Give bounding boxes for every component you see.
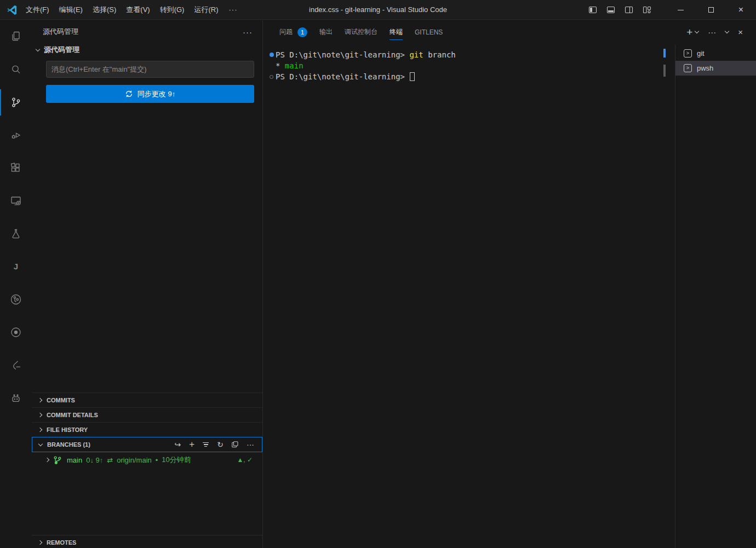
view-commit-details-label: COMMIT DETAILS [47,412,98,418]
menu-overflow-icon[interactable]: ··· [223,0,243,19]
extensions-icon[interactable] [0,152,32,184]
terminal-profile-dropdown-icon[interactable] [695,29,699,33]
terminal-command-args: branch [423,50,456,59]
customize-layout-icon[interactable] [643,5,651,14]
create-branch-icon[interactable]: + [189,441,194,448]
view-file-history-label: FILE HISTORY [47,426,88,433]
vscode-logo-icon [7,4,18,15]
menu-edit[interactable]: 编辑(E) [54,0,88,19]
toggle-secondary-sidebar-icon[interactable] [625,5,633,14]
menu-bar: 文件(F) 编辑(E) 选择(S) 查看(V) 转到(G) 运行(R) ··· [21,0,243,19]
branch-status-icons: ▲, ✓ [237,456,253,464]
tab-output-label: 输出 [319,27,333,37]
sync-icon [125,90,133,98]
terminal-cursor [410,72,415,81]
record-icon[interactable] [0,316,32,349]
view-commits[interactable]: COMMITS [32,393,262,407]
maximize-button[interactable] [696,0,726,20]
jupyter-icon[interactable]: J [0,250,32,283]
menu-selection[interactable]: 选择(S) [88,0,121,19]
menu-view[interactable]: 查看(V) [121,0,154,19]
minimize-button[interactable] [666,0,696,20]
terminal-line: PS D:\git\note\git-learning> git branch [264,49,668,60]
more-actions-icon[interactable]: ··· [247,441,254,448]
maximize-icon [708,7,714,13]
panel-tab-bar: 问题 1 输出 调试控制台 终端 GITLENS + ··· × [264,20,756,44]
tab-debug-console[interactable]: 调试控制台 [339,20,383,44]
activity-bar: J [0,20,32,548]
new-terminal-icon[interactable]: + [686,26,692,38]
view-as-list-icon[interactable] [203,442,209,447]
compare-arrows-icon: ⇄ [107,456,113,464]
git-branch-icon [53,455,62,465]
switch-branch-icon[interactable]: ↪ [175,441,181,448]
hide-panel-chevron-icon[interactable] [725,29,729,33]
view-file-history[interactable]: FILE HISTORY [32,422,262,437]
problems-count-badge: 1 [297,27,307,37]
view-remotes[interactable]: REMOTES [32,535,262,548]
sync-changes-button[interactable]: 同步更改 9↑ [46,85,254,103]
unpushed-icon: ▲, [237,456,245,464]
titlebar-right: × [588,0,756,19]
command-decoration-icon[interactable] [267,53,276,57]
run-debug-icon[interactable] [0,119,32,152]
sync-button-label: 同步更改 9↑ [138,89,175,99]
terminal-icon: > [684,64,692,72]
menu-file[interactable]: 文件(F) [21,0,54,19]
chevron-right-icon [38,413,42,417]
ai-assistant-icon[interactable] [0,382,32,414]
close-panel-icon[interactable]: × [738,27,743,37]
leetcode-icon[interactable] [0,349,32,382]
commit-message-input[interactable] [46,61,254,78]
menu-run[interactable]: 运行(R) [189,0,223,19]
testing-icon[interactable] [0,217,32,250]
close-button[interactable]: × [726,0,756,20]
command-decoration-icon[interactable] [267,75,276,79]
tab-output[interactable]: 输出 [313,20,339,44]
panel-more-actions-icon[interactable]: ··· [708,27,716,37]
remote-explorer-icon[interactable] [0,184,32,217]
layout-controls [588,5,651,14]
tab-terminal-label: 终端 [390,27,403,37]
terminal-list-item-pwsh[interactable]: > pwsh [675,61,756,76]
terminal-list-item-git[interactable]: > git [675,46,756,61]
branches-toolbar: ↪ + ↻ ··· [175,441,254,448]
tab-terminal[interactable]: 终端 [383,20,409,44]
terminal-command: git [409,50,423,59]
gitlens-icon[interactable] [0,283,32,316]
window-controls: × [666,0,756,19]
tab-gitlens-label: GITLENS [415,28,443,36]
toggle-panel-icon[interactable] [606,5,615,14]
chevron-right-icon [38,540,42,545]
branch-list-marker: * [276,61,285,70]
view-remotes-label: REMOTES [47,539,76,546]
overview-ruler-scroll-mark [663,65,666,77]
explorer-icon[interactable] [0,20,32,53]
toggle-primary-sidebar-icon[interactable] [588,5,597,14]
tab-gitlens[interactable]: GITLENS [409,20,449,44]
svg-text:J: J [14,262,18,271]
sidebar-more-actions-icon[interactable]: ··· [243,27,253,37]
chevron-right-icon [38,428,42,432]
branch-upstream: origin/main [117,456,152,464]
sidebar-header: 源代码管理 ··· [32,20,262,43]
overview-ruler-command-mark [663,49,666,57]
tab-debug-console-label: 调试控制台 [345,27,377,37]
compare-copy-icon[interactable] [232,441,238,448]
terminal-output[interactable]: PS D:\git\note\git-learning> git branch … [264,49,668,82]
clean-check-icon: ✓ [247,456,253,464]
scm-provider-section[interactable]: 源代码管理 [32,43,262,56]
branch-row-main[interactable]: main 0↓ 9↑ ⇄ origin/main • 10分钟前 ▲, ✓ [32,453,262,467]
chevron-down-icon [38,441,43,446]
tab-problems-label: 问题 [279,27,293,37]
terminal-icon: > [684,49,692,57]
menu-goto[interactable]: 转到(G) [155,0,190,19]
source-control-icon[interactable] [0,86,32,119]
tab-problems[interactable]: 问题 1 [273,20,313,44]
refresh-icon[interactable]: ↻ [217,441,224,448]
search-icon[interactable] [0,53,32,86]
view-commit-details[interactable]: COMMIT DETAILS [32,407,262,422]
terminal-list-item-label: git [697,49,705,57]
view-branches[interactable]: BRANCHES (1) ↪ + ↻ ··· [32,437,262,452]
view-commits-label: COMMITS [47,397,75,403]
